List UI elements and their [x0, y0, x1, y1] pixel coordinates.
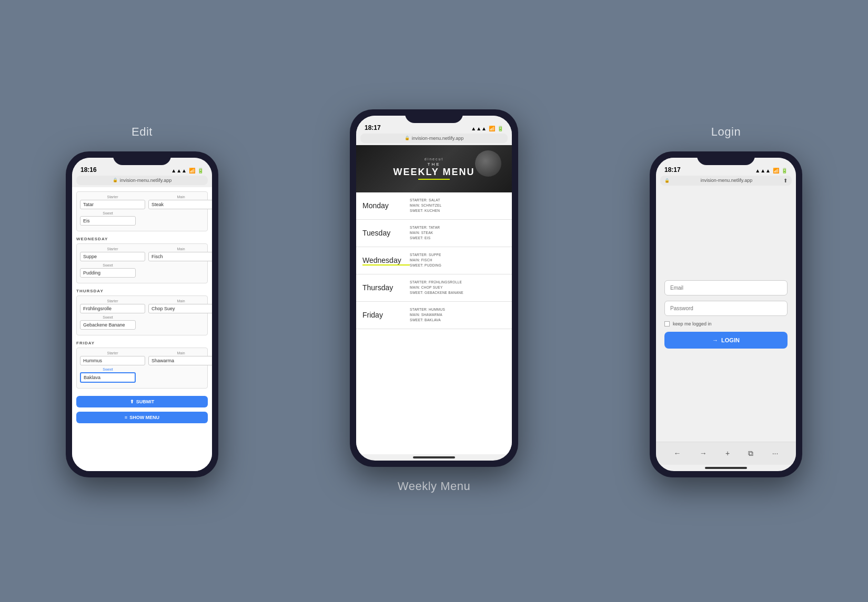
header-the: THE [428, 162, 441, 167]
starter-label: Starter [80, 195, 145, 199]
share-icon[interactable]: ⬆ [783, 178, 788, 183]
tuesday-section: Starter Main Sweet [76, 191, 208, 231]
wed-main-label: Main [148, 247, 212, 251]
friday-sweet-input[interactable] [80, 372, 136, 383]
friday-starter-input[interactable] [80, 356, 145, 365]
submit-button[interactable]: ⬆ SUBMIT [76, 396, 208, 407]
tuesday-items: STARTER: TATAR MAIN: STEAK SWEET: EIS [410, 225, 440, 240]
thursday-sweet-input[interactable] [80, 320, 136, 330]
keep-logged-checkbox[interactable] [664, 321, 670, 326]
wednesday-main-group: Main [148, 247, 212, 261]
login-url-bar[interactable]: 🔒 invision-menu.netlify.app ⬆ [660, 176, 792, 186]
edit-content: Starter Main Sweet [72, 187, 212, 471]
tuesday-main-menu: MAIN: STEAK [410, 230, 440, 236]
weekly-screen: 18:17 ▲▲▲ 📶 🔋 🔒 invision-menu.netlify.ap… [356, 116, 512, 461]
friday-main-input[interactable] [148, 356, 212, 365]
back-button[interactable]: ← [670, 447, 685, 460]
tuesday-fields: Starter Main Sweet [76, 191, 208, 231]
login-status-icons: ▲▲▲ 📶 🔋 [755, 168, 788, 174]
menu-list: Monday STARTER: SALAT MAIN: SCHNITZEL SW… [356, 192, 512, 454]
thursday-main-input[interactable] [148, 304, 212, 313]
friday-row[interactable]: Friday STARTER: HUMMUS MAIN: SHAWARMA SW… [356, 302, 512, 329]
monday-sweet: SWEET: KUCHEN [410, 208, 441, 213]
login-phone: 18:17 ▲▲▲ 📶 🔋 🔒 invision-menu.netlify.ap… [650, 151, 802, 477]
edit-label: Edit [132, 125, 153, 139]
thursday-starter-input[interactable] [80, 304, 145, 313]
bottom-nav-bar: ← → + ⧉ ··· [656, 442, 796, 465]
url-text: invision-menu.netlify.app [120, 178, 171, 183]
wednesday-sweet-menu: SWEET: PUDDING [410, 263, 441, 268]
weekly-header: dinecut THE WEEKLY MENU [356, 145, 512, 192]
monday-name: Monday [362, 201, 410, 210]
more-button[interactable]: ··· [768, 447, 783, 460]
fri-starter-label: Starter [80, 351, 145, 355]
tuesday-row[interactable]: Tuesday STARTER: TATAR MAIN: STEAK SWEET… [356, 220, 512, 247]
friday-main-menu: MAIN: SHAWARMA [410, 312, 445, 318]
weekly-wifi-icon: 📶 [489, 126, 495, 131]
wednesday-label: WEDNESDAY [76, 237, 208, 241]
tuesday-sweet-group: Sweet [80, 211, 136, 226]
thursday-starter-main-row: Starter Main [80, 299, 204, 313]
login-battery-icon: 🔋 [781, 168, 788, 174]
forward-button[interactable]: → [695, 447, 711, 460]
weekly-url-bar[interactable]: 🔒 invision-menu.netlify.app [360, 134, 508, 143]
login-label: Login [711, 125, 741, 139]
weekly-section: 18:17 ▲▲▲ 📶 🔋 🔒 invision-menu.netlify.ap… [350, 109, 518, 493]
thursday-fields: Starter Main Sweet [76, 295, 208, 335]
tabs-button[interactable]: ⧉ [744, 447, 758, 460]
login-arrow-icon: → [712, 337, 718, 343]
keep-logged-label: keep me logged in [673, 321, 712, 326]
tuesday-starter-menu: STARTER: TATAR [410, 225, 440, 230]
thu-main-label: Main [148, 299, 212, 303]
brand-text: dinecut [425, 157, 444, 161]
login-signal-icon: ▲▲▲ [755, 168, 771, 174]
login-btn-label: LOGIN [721, 337, 740, 343]
url-bar[interactable]: 🔒 invision-menu.netlify.app [76, 176, 208, 185]
status-time: 18:16 [80, 166, 97, 174]
weekly-status-icons: ▲▲▲ 📶 🔋 [471, 126, 503, 131]
password-input[interactable] [664, 301, 788, 316]
weekly-label: Weekly Menu [398, 479, 470, 493]
thursday-main-group: Main [148, 299, 212, 313]
battery-icon: 🔋 [197, 168, 204, 174]
tuesday-main-input[interactable] [148, 200, 212, 209]
fri-sweet-label: Sweet [80, 368, 136, 371]
monday-main: MAIN: SCHNITZEL [410, 203, 441, 208]
sweet-label: Sweet [80, 211, 136, 215]
thursday-starter-group: Starter [80, 299, 145, 313]
show-menu-button[interactable]: ≡ SHOW MENU [76, 412, 208, 423]
login-screen: 18:17 ▲▲▲ 📶 🔋 🔒 invision-menu.netlify.ap… [656, 158, 796, 471]
wednesday-fields: Starter Main Sweet [76, 243, 208, 283]
wednesday-name: Wednesday [362, 256, 410, 264]
weekly-battery-icon: 🔋 [497, 126, 503, 131]
show-menu-label: SHOW MENU [129, 415, 159, 420]
thursday-sweet-row: Sweet [80, 315, 204, 330]
thursday-main-menu: MAIN: CHOP SUEY [410, 285, 463, 290]
tuesday-starter-group: Starter [80, 195, 145, 209]
wednesday-starter-input[interactable] [80, 252, 145, 261]
thursday-row[interactable]: Thursday STARTER: FRÜHLINGSROLLE MAIN: C… [356, 274, 512, 302]
login-content: keep me logged in → LOGIN [656, 188, 796, 442]
friday-sweet-row: Sweet [80, 368, 204, 383]
wednesday-sweet-group: Sweet [80, 263, 136, 278]
login-button[interactable]: → LOGIN [664, 332, 788, 349]
friday-label: FRIDAY [76, 341, 208, 345]
email-input[interactable] [664, 280, 788, 295]
thursday-name: Thursday [362, 283, 410, 292]
tuesday-sweet-input[interactable] [80, 216, 136, 226]
monday-row[interactable]: Monday STARTER: SALAT MAIN: SCHNITZEL SW… [356, 192, 512, 220]
wednesday-sweet-input[interactable] [80, 268, 136, 278]
thursday-label: THURSDAY [76, 289, 208, 293]
login-section: Login 18:17 ▲▲▲ 📶 🔋 🔒 invision-menu.netl… [650, 125, 802, 477]
add-tab-button[interactable]: + [721, 447, 734, 460]
friday-fields: Starter Main Sweet [76, 348, 208, 389]
tuesday-main-group: Main [148, 195, 212, 209]
friday-sweet-menu: SWEET: BAKLAVA [410, 318, 445, 323]
wednesday-main-input[interactable] [148, 252, 212, 261]
tuesday-starter-input[interactable] [80, 200, 145, 209]
wifi-icon: 📶 [189, 168, 195, 174]
edit-screen: 18:16 ▲▲▲ 📶 🔋 🔒 invision-menu.netlify.ap… [72, 158, 212, 471]
wednesday-row[interactable]: Wednesday STARTER: SUPPE MAIN: FISCH SWE… [356, 247, 512, 274]
login-home-indicator [705, 467, 747, 469]
tuesday-name: Tuesday [362, 229, 410, 237]
